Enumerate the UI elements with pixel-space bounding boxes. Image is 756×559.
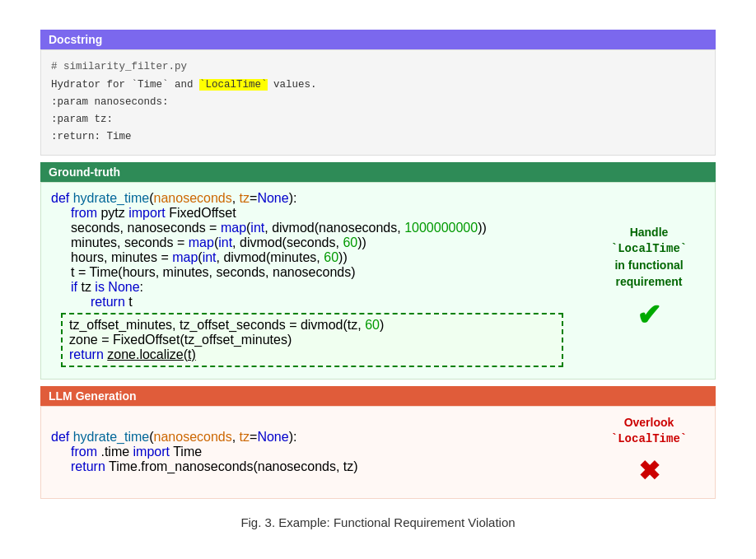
gt-line-4: minutes, seconds = map(int, divmod(secon… xyxy=(51,235,573,250)
docstring-header: Docstring xyxy=(40,30,716,49)
gt-annotation-text: Handle `LocalTime`in functionalrequireme… xyxy=(593,225,705,290)
gt-dashed-line-1: tz_offset_minutes, tz_offset_seconds = d… xyxy=(69,318,555,333)
docstring-block: # similarity_filter.py Hydrator for `Tim… xyxy=(40,49,716,155)
llm-annotation: Overlook`LocalTime` ✖ xyxy=(583,407,715,498)
docstring-line-5: :return: Time xyxy=(51,128,705,146)
gt-check-mark: ✔ xyxy=(637,295,661,336)
llm-block: def hydrate_time(nanoseconds, tz=None): … xyxy=(40,406,716,499)
llm-generation-section: LLM Generation def hydrate_time(nanoseco… xyxy=(40,386,716,499)
llm-line-3: return Time.from_nanoseconds(nanoseconds… xyxy=(51,459,573,474)
gt-line-2: from pytz import FixedOffset xyxy=(51,206,573,221)
gt-dashed-line-3: return zone.localize(t) xyxy=(69,347,555,362)
docstring-line-4: :param tz: xyxy=(51,111,705,128)
gt-line-1: def hydrate_time(nanoseconds, tz=None): xyxy=(51,191,573,206)
gt-code-area: def hydrate_time(nanoseconds, tz=None): … xyxy=(41,183,583,379)
llm-line-1: def hydrate_time(nanoseconds, tz=None): xyxy=(51,430,573,445)
gt-line-8: return t xyxy=(51,295,573,310)
gt-dashed-region: tz_offset_minutes, tz_offset_seconds = d… xyxy=(61,313,563,367)
gt-wrapper: def hydrate_time(nanoseconds, tz=None): … xyxy=(41,183,715,379)
docstring-section: Docstring # similarity_filter.py Hydrato… xyxy=(40,30,716,155)
llm-generation-header-label: LLM Generation xyxy=(49,389,137,403)
ground-truth-header: Ground-truth xyxy=(40,162,716,182)
gt-dashed-line-2: zone = FixedOffset(tz_offset_minutes) xyxy=(69,333,555,347)
llm-code-area: def hydrate_time(nanoseconds, tz=None): … xyxy=(41,422,583,482)
gt-line-3: seconds, nanoseconds = map(int, divmod(n… xyxy=(51,221,573,235)
figure-container: Docstring # similarity_filter.py Hydrato… xyxy=(24,13,732,545)
llm-generation-header: LLM Generation xyxy=(40,386,716,406)
llm-wrapper: def hydrate_time(nanoseconds, tz=None): … xyxy=(41,407,715,498)
llm-line-2: from .time import Time xyxy=(51,445,573,459)
docstring-line-2: Hydrator for `Time` and `LocalTime` valu… xyxy=(51,77,705,94)
docstring-header-label: Docstring xyxy=(49,33,102,46)
gt-line-7: if tz is None: xyxy=(51,280,573,295)
docstring-line-3: :param nanoseconds: xyxy=(51,94,705,111)
gt-line-6: t = Time(hours, minutes, seconds, nanose… xyxy=(51,265,573,280)
gt-annotation: Handle `LocalTime`in functionalrequireme… xyxy=(583,183,715,379)
ground-truth-block: def hydrate_time(nanoseconds, tz=None): … xyxy=(40,182,716,380)
figure-caption: Fig. 3. Example: Functional Requirement … xyxy=(40,515,716,529)
ground-truth-header-label: Ground-truth xyxy=(49,165,120,179)
caption-text: Fig. 3. Example: Functional Requirement … xyxy=(240,515,515,529)
gt-line-5: hours, minutes = map(int, divmod(minutes… xyxy=(51,250,573,265)
llm-x-mark: ✖ xyxy=(638,453,660,490)
ground-truth-section: Ground-truth def hydrate_time(nanosecond… xyxy=(40,162,716,380)
llm-annotation-text: Overlook`LocalTime` xyxy=(611,415,687,448)
docstring-line-1: # similarity_filter.py xyxy=(51,58,705,76)
